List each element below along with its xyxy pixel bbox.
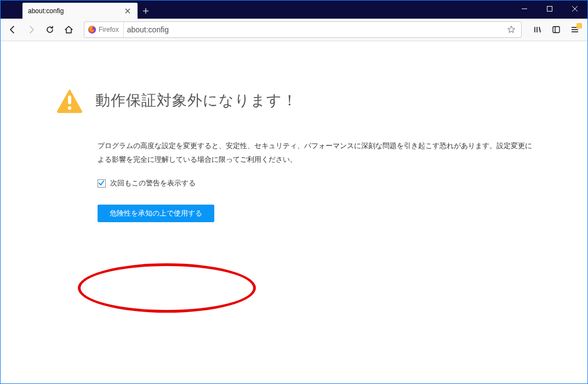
titlebar: about:config	[1, 1, 587, 19]
back-button[interactable]	[4, 21, 21, 38]
identity-block[interactable]: Firefox	[88, 22, 124, 37]
library-button[interactable]	[528, 21, 547, 38]
tab-about-config[interactable]: about:config	[22, 3, 138, 19]
annotation-highlight-ellipse	[78, 263, 256, 313]
warning-title: 動作保証対象外になります！	[95, 91, 298, 110]
new-tab-button[interactable]	[138, 3, 154, 19]
sidebar-button[interactable]	[547, 21, 566, 38]
svg-rect-17	[68, 95, 71, 104]
svg-rect-5	[547, 6, 552, 11]
warning-box: 動作保証対象外になります！ プログラムの高度な設定を変更すると、安定性、セキュリ…	[56, 88, 533, 222]
window-controls	[512, 1, 587, 19]
identity-label: Firefox	[99, 26, 119, 33]
checkbox[interactable]	[98, 179, 106, 188]
show-warning-checkbox-row[interactable]: 次回もこの警告を表示する	[98, 178, 533, 188]
close-icon[interactable]	[123, 7, 132, 15]
warning-triangle-icon	[56, 88, 83, 113]
forward-button[interactable]	[22, 21, 40, 38]
warning-body: プログラムの高度な設定を変更すると、安定性、セキュリティ、パフォーマンスに深刻な…	[56, 139, 533, 222]
content-area: 動作保証対象外になります！ プログラムの高度な設定を変更すると、安定性、セキュリ…	[1, 41, 587, 222]
tab-label: about:config	[28, 7, 119, 15]
maximize-button[interactable]	[537, 1, 562, 16]
toolbar-right	[528, 21, 584, 38]
tabs-row: about:config	[1, 1, 154, 19]
checkbox-label: 次回もこの警告を表示する	[110, 178, 196, 188]
firefox-icon	[88, 25, 96, 34]
reload-button[interactable]	[41, 21, 59, 38]
minimize-button[interactable]	[512, 1, 537, 16]
url-input[interactable]	[127, 25, 501, 34]
bookmark-star-icon[interactable]	[505, 25, 518, 34]
svg-line-11	[539, 27, 540, 32]
warning-header: 動作保証対象外になります！	[56, 88, 533, 113]
toolbar: Firefox	[1, 19, 587, 41]
url-bar[interactable]: Firefox	[84, 21, 522, 38]
svg-rect-12	[553, 27, 560, 33]
menu-button[interactable]	[566, 21, 584, 38]
close-window-button[interactable]	[562, 1, 587, 16]
warning-text: プログラムの高度な設定を変更すると、安定性、セキュリティ、パフォーマンスに深刻な…	[98, 139, 533, 166]
svg-point-18	[67, 106, 71, 110]
home-button[interactable]	[60, 21, 77, 38]
accept-risk-button[interactable]: 危険性を承知の上で使用する	[98, 205, 214, 222]
